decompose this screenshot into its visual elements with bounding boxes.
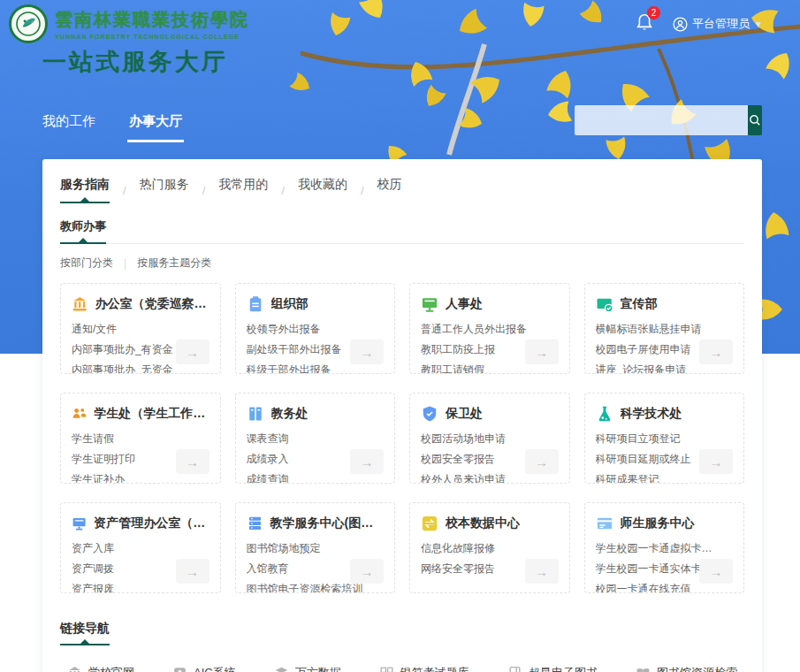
service-link[interactable]: 学生请假 <box>72 429 191 449</box>
card-title: 保卫处 <box>446 406 483 422</box>
card-more-button[interactable]: → <box>525 449 559 474</box>
school-emblem-icon <box>9 4 48 43</box>
book-icon <box>507 666 522 672</box>
department-card: 组织部校领导外出报备副处级干部外出报备科级干部外出报备→ <box>235 283 396 374</box>
card-header: 组织部 <box>247 295 385 313</box>
service-link[interactable]: 学生证补办 <box>72 470 191 484</box>
quick-link[interactable]: 学校官网 <box>67 665 134 672</box>
subtab-teacher-services[interactable]: 教师办事 <box>60 218 106 243</box>
service-link[interactable]: 校园安全零报告 <box>421 449 540 470</box>
service-link[interactable]: 资产调拨 <box>72 559 191 579</box>
card-more-button[interactable]: → <box>699 559 733 584</box>
nav-separator: / <box>202 184 206 197</box>
monitor-icon <box>421 295 438 313</box>
service-link[interactable]: 学生校园一卡通虚拟卡办... <box>596 538 715 559</box>
service-link[interactable]: 图书馆场地预定 <box>247 538 366 559</box>
service-link[interactable]: 校园电子屏使用申请 <box>596 340 715 360</box>
department-card: 校本数据中心信息化故障报修网络安全零报告→ <box>409 502 570 593</box>
nav-separator: / <box>123 184 126 197</box>
quick-link-label: 图书馆资源检索 <box>657 665 737 672</box>
service-link[interactable]: 学生校园一卡通实体卡办... <box>596 559 715 579</box>
service-link[interactable]: 科研成果登记 <box>596 470 715 484</box>
nav-separator: / <box>361 184 364 197</box>
card-more-button[interactable]: → <box>350 340 384 364</box>
service-nav-item[interactable]: 我收藏的 <box>298 177 347 203</box>
filter-by-department[interactable]: 按部门分类 <box>60 256 113 271</box>
service-link[interactable]: 学生证明打印 <box>72 449 191 470</box>
search-button[interactable] <box>748 105 762 135</box>
arrow-right-icon: → <box>186 454 199 470</box>
service-link[interactable]: 科研项目立项登记 <box>596 429 715 449</box>
service-link[interactable]: 教职工请销假 <box>421 360 540 374</box>
service-link[interactable]: 成绩录入 <box>247 449 366 470</box>
service-link[interactable]: 资产入库 <box>72 538 191 559</box>
sync-icon <box>421 515 438 532</box>
search-bar <box>575 105 761 135</box>
service-link[interactable]: 教职工防疫上报 <box>421 340 540 360</box>
search-input[interactable] <box>575 105 748 135</box>
arrow-right-icon: → <box>361 454 374 470</box>
card-more-button[interactable]: → <box>525 340 559 364</box>
service-link[interactable]: 科级干部外出报备 <box>247 360 366 374</box>
arrow-right-icon: → <box>710 345 723 360</box>
card-more-button[interactable]: → <box>176 449 210 474</box>
service-link[interactable]: 入馆教育 <box>247 559 366 579</box>
service-link[interactable]: 校外人员来访申请 <box>421 470 540 484</box>
grid-icon <box>379 666 394 672</box>
card-title: 资产管理办公室（招标... <box>94 515 209 531</box>
service-link[interactable]: 图书馆电子资源检索培训 <box>247 579 366 593</box>
layers-icon <box>274 666 289 672</box>
service-link[interactable]: 网络安全零报告 <box>421 559 540 579</box>
service-link[interactable]: 校领导外出报备 <box>247 319 366 340</box>
card-header: 教务处 <box>247 405 385 423</box>
service-link[interactable]: 横幅标语张贴悬挂申请 <box>596 319 715 340</box>
service-link[interactable]: 通知/文件 <box>72 319 191 340</box>
card-more-button[interactable]: → <box>176 559 210 584</box>
card-more-button[interactable]: → <box>176 340 210 364</box>
service-link[interactable]: 内部事项批办_有资金 <box>72 340 191 360</box>
service-nav-item[interactable]: 校历 <box>377 177 402 203</box>
bank-icon <box>67 666 82 672</box>
links-section-title: 链接导航 <box>60 621 110 645</box>
service-link[interactable]: 校园一卡通在线充值 <box>596 579 715 593</box>
department-card: 人事处普通工作人员外出报备教职工防疫上报教职工请销假→ <box>409 283 570 374</box>
user-menu[interactable]: 平台管理员 ▼ <box>673 16 763 32</box>
card-more-button[interactable]: → <box>699 449 733 474</box>
service-link[interactable]: 校园活动场地申请 <box>421 429 540 449</box>
service-link[interactable]: 内部事项批办_无资金 <box>72 360 191 374</box>
service-link[interactable]: 讲座_论坛报备申请 <box>596 360 715 374</box>
service-link[interactable]: 普通工作人员外出报备 <box>421 319 540 340</box>
service-nav-item[interactable]: 热门服务 <box>140 177 189 203</box>
service-nav-item[interactable]: 服务指南 <box>60 177 110 203</box>
clipboard-icon <box>247 295 264 313</box>
service-link[interactable]: 课表查询 <box>247 429 366 449</box>
card-more-button[interactable]: → <box>350 449 384 474</box>
quick-link[interactable]: 银符考试题库 <box>379 665 469 672</box>
office-building-icon <box>72 295 88 313</box>
service-link[interactable]: 信息化故障报修 <box>421 538 540 559</box>
subtab-label: 教师办事 <box>60 219 106 233</box>
department-card: 教学服务中心(图书馆)图书馆场地预定入馆教育图书馆电子资源检索培训→ <box>235 502 396 593</box>
card-more-button[interactable]: → <box>350 559 384 584</box>
filter-by-topic[interactable]: 按服务主题分类 <box>137 256 211 271</box>
service-link[interactable]: 科研项目延期或终止 <box>596 449 715 470</box>
department-cards-grid: 办公室（党委巡察办）通知/文件内部事项批办_有资金内部事项批办_无资金→组织部校… <box>60 283 744 593</box>
card-header: 人事处 <box>421 295 559 313</box>
tab-service-hall[interactable]: 办事大厅 <box>129 113 182 142</box>
tab-my-work[interactable]: 我的工作 <box>42 113 95 142</box>
card-title: 科学技术处 <box>621 406 682 422</box>
card-more-button[interactable]: → <box>525 559 559 584</box>
service-link[interactable]: 副处级干部外出报备 <box>247 340 366 360</box>
service-link[interactable]: 资产报废 <box>72 579 191 593</box>
quick-link[interactable]: AIC系统 <box>172 665 236 672</box>
service-link[interactable]: 成绩查询 <box>247 470 366 484</box>
notification-count-badge: 2 <box>647 6 660 19</box>
service-nav-item[interactable]: 我常用的 <box>218 177 268 203</box>
card-more-button[interactable]: → <box>699 340 733 364</box>
arrow-right-icon: → <box>535 564 548 579</box>
notification-bell[interactable]: 2 <box>636 12 653 35</box>
card-header: 宣传部 <box>596 295 734 313</box>
quick-link[interactable]: 图书馆资源检索 <box>636 665 737 672</box>
quick-link[interactable]: 万方数据 <box>274 665 341 672</box>
quick-link[interactable]: 超星电子图书 <box>507 665 598 672</box>
